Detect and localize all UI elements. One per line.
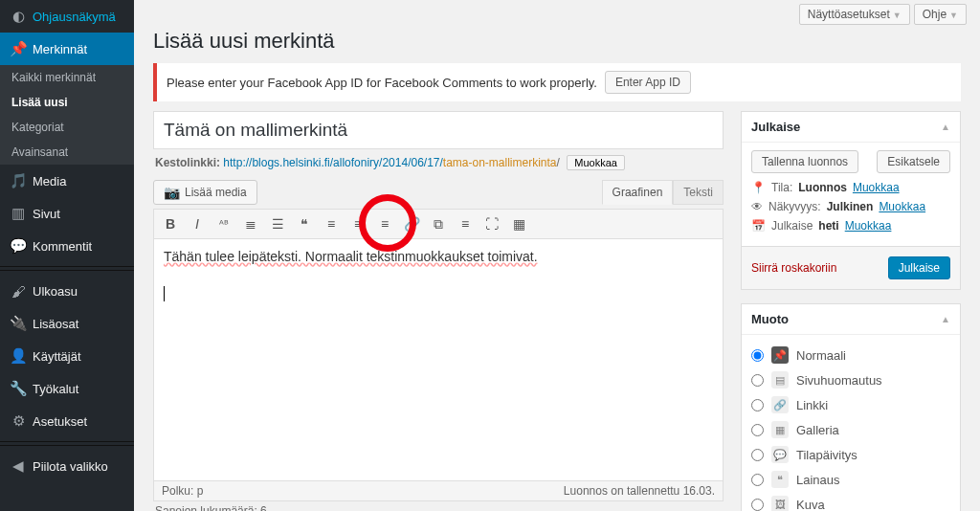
bold-button[interactable]: B <box>160 213 181 234</box>
editor-body[interactable]: Tähän tulee leipäteksti. Normaalit tekst… <box>154 239 723 480</box>
collapse-icon: ◀ <box>10 457 27 475</box>
pages-icon: ▥ <box>10 205 27 222</box>
bullet-list-button[interactable]: ≣ <box>240 213 261 234</box>
save-draft-button[interactable]: Tallenna luonnos <box>751 150 858 173</box>
editor-column: Kestolinkki: http://blogs.helsinki.fi/al… <box>153 111 724 511</box>
fullscreen-button[interactable]: ⛶ <box>481 213 502 234</box>
sidebar-label-dashboard: Ohjausnäkymä <box>33 10 116 24</box>
dashboard-icon: ◐ <box>10 8 27 25</box>
sidebar-item-dashboard[interactable]: ◐Ohjausnäkymä <box>0 0 134 33</box>
sidebar-item-settings[interactable]: ⚙Asetukset <box>0 405 134 437</box>
sidebar-label-appearance: Ulkoasu <box>33 284 78 299</box>
align-center-button[interactable]: ≡ <box>347 213 368 234</box>
format-option-standard[interactable]: 📌Normaali <box>751 343 950 367</box>
page-title: Lisää uusi merkintä <box>134 25 980 63</box>
sidebar-sub-categories[interactable]: Kategoriat <box>0 115 134 140</box>
sidebar-collapse[interactable]: ◀Piilota valikko <box>0 450 134 482</box>
visibility-row: 👁Näkyvyys: Julkinen Muokkaa <box>751 200 950 213</box>
tab-visual[interactable]: Graafinen <box>602 180 674 205</box>
sidebar-label-pages: Sivut <box>33 207 60 221</box>
sidebar-separator-2 <box>0 441 134 446</box>
format-panel-header[interactable]: Muoto▲ <box>742 304 960 335</box>
edit-visibility-link[interactable]: Muokkaa <box>879 200 925 213</box>
sidebar-item-media[interactable]: 🎵Media <box>0 165 134 197</box>
unlink-button[interactable]: ⧉ <box>428 213 449 234</box>
editor-tabs: Graafinen Teksti <box>602 180 724 205</box>
publish-panel: Julkaise▲ Tallenna luonnos Esikatsele 📍T… <box>741 111 961 290</box>
sidebar-sub-add-new[interactable]: Lisää uusi <box>0 90 134 115</box>
post-editor: B I ᴬᴮ ≣ ☰ ❝ ≡ ≡ ≡ 🔗 ⧉ ≡ ⛶ ▦ <box>153 209 724 501</box>
permalink-link[interactable]: http://blogs.helsinki.fi/allofoniry/2014… <box>223 156 560 169</box>
preview-button[interactable]: Esikatsele <box>877 150 950 173</box>
sidebar-posts-submenu: Kaikki merkinnät Lisää uusi Kategoriat A… <box>0 65 134 165</box>
caret-icon: ▲ <box>941 314 950 324</box>
sidebar-label-media: Media <box>33 174 66 189</box>
post-title-input[interactable] <box>153 111 724 149</box>
edit-permalink-button[interactable]: Muokkaa <box>567 155 625 170</box>
align-right-button[interactable]: ≡ <box>374 213 395 234</box>
sidebar-label-tools: Työkalut <box>33 382 78 396</box>
permalink-row: Kestolinkki: http://blogs.helsinki.fi/al… <box>153 149 724 176</box>
move-to-trash-link[interactable]: Siirrä roskakoriin <box>751 261 836 275</box>
autosave-status: Luonnos on tallennettu 16.03. <box>556 481 723 500</box>
schedule-row: 📅Julkaise heti Muokkaa <box>751 219 950 233</box>
editor-toolbar: B I ᴬᴮ ≣ ☰ ❝ ≡ ≡ ≡ 🔗 ⧉ ≡ ⛶ ▦ <box>154 210 723 239</box>
meta-column: Julkaise▲ Tallenna luonnos Esikatsele 📍T… <box>741 111 961 511</box>
format-option-image[interactable]: 🖼Kuva <box>751 492 950 511</box>
word-count: Sanojen lukumäärä: 6 <box>153 501 724 511</box>
format-option-link[interactable]: 🔗Linkki <box>751 392 950 417</box>
format-option-gallery[interactable]: ▦Galleria <box>751 417 950 442</box>
blockquote-button[interactable]: ❝ <box>294 213 315 234</box>
eye-icon: 👁 <box>751 200 763 213</box>
sidebar-label-plugins: Lisäosat <box>33 317 78 331</box>
format-option-aside[interactable]: ▤Sivuhuomautus <box>751 367 950 392</box>
sidebar-item-plugins[interactable]: 🔌Lisäosat <box>0 307 134 340</box>
enter-app-id-button[interactable]: Enter App ID <box>605 71 691 94</box>
sidebar-item-tools[interactable]: 🔧Työkalut <box>0 372 134 405</box>
tab-text[interactable]: Teksti <box>673 180 724 205</box>
notice-text: Please enter your Facebook App ID for Fa… <box>167 76 597 90</box>
format-option-status[interactable]: 💬Tilapäivitys <box>751 442 950 467</box>
more-button[interactable]: ≡ <box>455 213 476 234</box>
sidebar-item-appearance[interactable]: 🖌Ulkoasu <box>0 275 134 307</box>
wrench-icon: 🔧 <box>10 380 27 397</box>
top-bar: Näyttöasetukset▼ Ohje▼ <box>134 0 980 25</box>
sidebar-item-posts[interactable]: 📌Merkinnät <box>0 33 134 65</box>
calendar-icon: 📅 <box>751 219 766 233</box>
help-button[interactable]: Ohje▼ <box>914 4 967 25</box>
permalink-label: Kestolinkki: <box>155 156 220 169</box>
sidebar-label-comments: Kommentit <box>33 239 92 254</box>
edit-status-link[interactable]: Muokkaa <box>853 181 900 194</box>
caret-icon: ▲ <box>941 122 950 132</box>
sidebar-item-users[interactable]: 👤Käyttäjät <box>0 340 134 372</box>
sidebar-sub-tags[interactable]: Avainsanat <box>0 140 134 165</box>
format-option-quote[interactable]: ❝Lainaus <box>751 467 950 492</box>
pin-icon: 📌 <box>771 346 789 364</box>
media-icon: 🎵 <box>10 172 27 189</box>
edit-schedule-link[interactable]: Muokkaa <box>845 219 892 233</box>
publish-button[interactable]: Julkaise <box>888 256 950 279</box>
link-button[interactable]: 🔗 <box>401 213 422 234</box>
aside-icon: ▤ <box>771 371 789 389</box>
strike-button[interactable]: ᴬᴮ <box>213 213 234 234</box>
sidebar-separator <box>0 266 134 271</box>
sidebar-sub-all-posts[interactable]: Kaikki merkinnät <box>0 65 134 90</box>
gear-icon: ⚙ <box>10 412 27 430</box>
quote-icon: ❝ <box>771 471 789 488</box>
text-cursor <box>164 286 165 301</box>
italic-button[interactable]: I <box>187 213 208 234</box>
sidebar-item-pages[interactable]: ▥Sivut <box>0 197 134 230</box>
body-text: Tähän tulee leipäteksti. Normaalit tekst… <box>164 249 538 264</box>
add-media-button[interactable]: 📷Lisää media <box>153 180 257 205</box>
main-content: Näyttöasetukset▼ Ohje▼ Lisää uusi merkin… <box>134 0 980 511</box>
error-notice: Please enter your Facebook App ID for Fa… <box>153 63 961 101</box>
number-list-button[interactable]: ☰ <box>267 213 288 234</box>
kitchensink-button[interactable]: ▦ <box>508 213 529 234</box>
publish-panel-header[interactable]: Julkaise▲ <box>742 112 960 143</box>
gallery-icon: ▦ <box>771 421 789 438</box>
screen-options-button[interactable]: Näyttöasetukset▼ <box>799 4 910 25</box>
align-left-button[interactable]: ≡ <box>321 213 342 234</box>
chevron-down-icon: ▼ <box>949 11 958 20</box>
link-icon: 🔗 <box>771 396 789 413</box>
sidebar-item-comments[interactable]: 💬Kommentit <box>0 230 134 262</box>
